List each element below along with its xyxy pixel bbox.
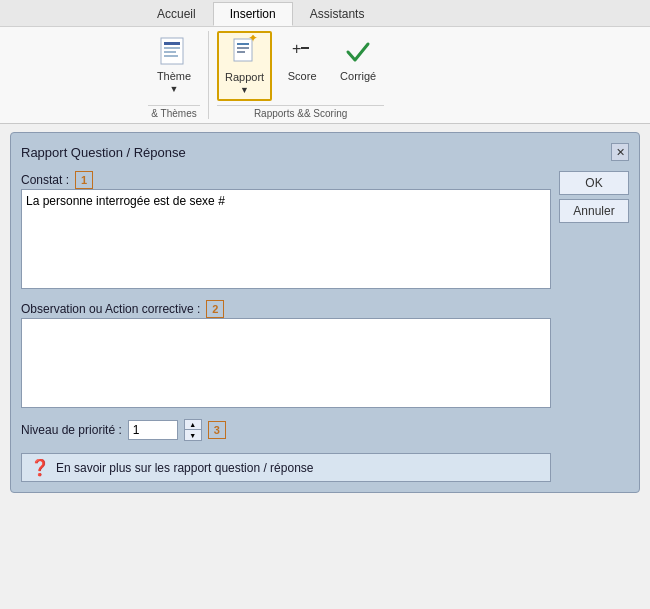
cancel-button[interactable]: Annuler: [559, 199, 629, 223]
dialog-close-button[interactable]: ✕: [611, 143, 629, 161]
ribbon-group-theme: Thème ▼ & Thèmes: [140, 31, 209, 119]
help-text: En savoir plus sur les rapport question …: [56, 461, 313, 475]
corrige-label: Corrigé: [340, 70, 376, 82]
observation-label: Observation ou Action corrective :: [21, 302, 200, 316]
ribbon-group-rapport-items: ✦ Rapport ▼ + Score: [217, 31, 384, 101]
priority-up-button[interactable]: ▲: [185, 420, 201, 430]
svg-rect-1: [164, 42, 180, 45]
ribbon-tabs: Accueil Insertion Assistants: [0, 0, 650, 26]
rapport-group-label: Rapports && Scoring: [217, 105, 384, 119]
svg-rect-8: [237, 51, 245, 53]
tab-assistants[interactable]: Assistants: [293, 2, 382, 26]
ribbon-group-theme-items: Thème ▼: [148, 31, 200, 101]
score-icon: +: [286, 36, 318, 68]
svg-text:✦: ✦: [248, 35, 258, 45]
svg-rect-4: [164, 55, 178, 57]
observation-textarea[interactable]: [21, 318, 551, 408]
constat-section: Constat : 1 La personne interrogée est d…: [21, 171, 551, 292]
ribbon-item-theme[interactable]: Thème ▼: [148, 31, 200, 99]
dialog-title: Rapport Question / Réponse: [21, 145, 186, 160]
svg-rect-2: [164, 47, 180, 49]
constat-textarea[interactable]: La personne interrogée est de sexe #: [21, 189, 551, 289]
svg-rect-7: [237, 47, 249, 49]
priority-label: Niveau de priorité :: [21, 423, 122, 437]
ribbon-content: Thème ▼ & Thèmes: [0, 26, 650, 123]
theme-sublabel: ▼: [170, 84, 179, 94]
help-bar[interactable]: ❓ En savoir plus sur les rapport questio…: [21, 453, 551, 482]
ribbon-group-rapport: ✦ Rapport ▼ + Score: [209, 31, 392, 119]
observation-label-row: Observation ou Action corrective : 2: [21, 300, 551, 318]
dialog-main: Constat : 1 La personne interrogée est d…: [21, 171, 551, 482]
theme-label: Thème: [157, 70, 191, 82]
rapport-label: Rapport: [225, 71, 264, 83]
svg-rect-3: [164, 51, 176, 53]
priority-badge: 3: [208, 421, 226, 439]
dialog-title-bar: Rapport Question / Réponse ✕: [21, 143, 629, 161]
priority-down-button[interactable]: ▼: [185, 430, 201, 440]
ribbon-item-score[interactable]: + Score: [276, 31, 328, 87]
priority-input[interactable]: [128, 420, 178, 440]
priority-row: Niveau de priorité : ▲ ▼ 3: [21, 419, 551, 441]
theme-icon: [158, 36, 190, 68]
constat-label: Constat :: [21, 173, 69, 187]
corrige-icon: [342, 36, 374, 68]
ribbon-item-rapport[interactable]: ✦ Rapport ▼: [217, 31, 272, 101]
score-label: Score: [288, 70, 317, 82]
constat-label-row: Constat : 1: [21, 171, 551, 189]
observation-section: Observation ou Action corrective : 2: [21, 300, 551, 411]
dialog-body: Constat : 1 La personne interrogée est d…: [21, 171, 629, 482]
ribbon: Accueil Insertion Assistants: [0, 0, 650, 124]
observation-badge: 2: [206, 300, 224, 318]
svg-text:+: +: [292, 40, 301, 57]
rapport-sublabel: ▼: [240, 85, 249, 95]
rapport-icon: ✦: [229, 37, 261, 69]
dialog-sidebar: OK Annuler: [559, 171, 629, 482]
priority-spinner: ▲ ▼: [184, 419, 202, 441]
ribbon-item-corrige[interactable]: Corrigé: [332, 31, 384, 87]
tab-insertion[interactable]: Insertion: [213, 2, 293, 26]
ok-button[interactable]: OK: [559, 171, 629, 195]
tab-accueil[interactable]: Accueil: [140, 2, 213, 26]
theme-group-label: & Thèmes: [148, 105, 200, 119]
dialog: Rapport Question / Réponse ✕ Constat : 1…: [10, 132, 640, 493]
help-icon: ❓: [30, 458, 50, 477]
constat-badge: 1: [75, 171, 93, 189]
